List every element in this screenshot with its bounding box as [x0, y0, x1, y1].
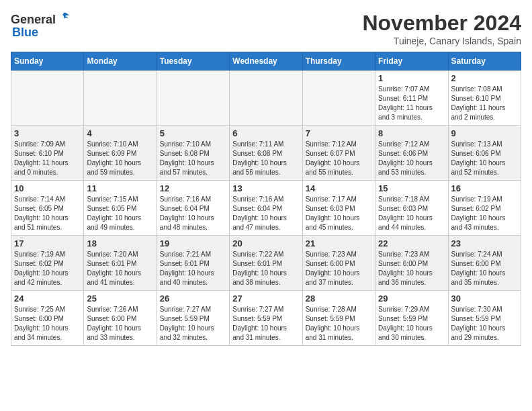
day-number: 27 — [232, 293, 299, 304]
day-info: Sunrise: 7:10 AM Sunset: 6:08 PM Dayligh… — [160, 140, 226, 177]
day-info: Sunrise: 7:07 AM Sunset: 6:11 PM Dayligh… — [378, 85, 445, 122]
day-info: Sunrise: 7:13 AM Sunset: 6:06 PM Dayligh… — [451, 140, 518, 177]
day-info: Sunrise: 7:16 AM Sunset: 6:04 PM Dayligh… — [160, 195, 226, 232]
day-cell: 6Sunrise: 7:11 AM Sunset: 6:08 PM Daylig… — [230, 126, 302, 181]
day-info: Sunrise: 7:12 AM Sunset: 6:07 PM Dayligh… — [306, 140, 372, 177]
day-number: 10 — [14, 183, 81, 193]
day-number: 17 — [14, 238, 81, 248]
column-header-friday: Friday — [375, 52, 448, 71]
day-info: Sunrise: 7:11 AM Sunset: 6:08 PM Dayligh… — [232, 140, 299, 177]
day-info: Sunrise: 7:26 AM Sunset: 6:00 PM Dayligh… — [87, 305, 153, 342]
day-cell: 29Sunrise: 7:29 AM Sunset: 5:59 PM Dayli… — [375, 291, 448, 346]
day-cell — [302, 71, 375, 126]
day-info: Sunrise: 7:12 AM Sunset: 6:06 PM Dayligh… — [378, 140, 445, 177]
day-cell: 11Sunrise: 7:15 AM Sunset: 6:05 PM Dayli… — [84, 181, 157, 236]
day-number: 29 — [378, 293, 445, 304]
day-number: 11 — [87, 183, 153, 193]
day-info: Sunrise: 7:30 AM Sunset: 5:59 PM Dayligh… — [451, 305, 518, 342]
day-cell: 8Sunrise: 7:12 AM Sunset: 6:06 PM Daylig… — [375, 126, 448, 181]
week-row-5: 24Sunrise: 7:25 AM Sunset: 6:00 PM Dayli… — [11, 291, 521, 346]
day-info: Sunrise: 7:17 AM Sunset: 6:03 PM Dayligh… — [306, 195, 372, 232]
day-cell: 25Sunrise: 7:26 AM Sunset: 6:00 PM Dayli… — [84, 291, 157, 346]
location: Tuineje, Canary Islands, Spain — [362, 36, 521, 46]
day-cell: 28Sunrise: 7:28 AM Sunset: 5:59 PM Dayli… — [302, 291, 375, 346]
day-number: 25 — [87, 293, 153, 304]
day-number: 8 — [378, 128, 445, 138]
day-number: 28 — [306, 293, 372, 304]
day-number: 30 — [451, 293, 518, 304]
header-row: SundayMondayTuesdayWednesdayThursdayFrid… — [11, 52, 521, 71]
day-number: 12 — [160, 183, 226, 193]
day-number: 2 — [451, 73, 518, 83]
day-cell: 15Sunrise: 7:18 AM Sunset: 6:03 PM Dayli… — [375, 181, 448, 236]
day-info: Sunrise: 7:10 AM Sunset: 6:09 PM Dayligh… — [87, 140, 153, 177]
day-cell: 22Sunrise: 7:23 AM Sunset: 6:00 PM Dayli… — [375, 236, 448, 291]
column-header-thursday: Thursday — [302, 52, 375, 71]
day-info: Sunrise: 7:27 AM Sunset: 5:59 PM Dayligh… — [232, 305, 299, 342]
day-number: 15 — [378, 183, 445, 193]
day-number: 19 — [160, 238, 226, 248]
day-info: Sunrise: 7:16 AM Sunset: 6:04 PM Dayligh… — [232, 195, 299, 232]
day-info: Sunrise: 7:18 AM Sunset: 6:03 PM Dayligh… — [378, 195, 445, 232]
day-cell: 21Sunrise: 7:23 AM Sunset: 6:00 PM Dayli… — [302, 236, 375, 291]
day-info: Sunrise: 7:14 AM Sunset: 6:05 PM Dayligh… — [14, 195, 81, 232]
day-number: 9 — [451, 128, 518, 138]
day-info: Sunrise: 7:19 AM Sunset: 6:02 PM Dayligh… — [451, 195, 518, 232]
day-number: 7 — [306, 128, 372, 138]
day-info: Sunrise: 7:08 AM Sunset: 6:10 PM Dayligh… — [451, 85, 518, 122]
day-info: Sunrise: 7:25 AM Sunset: 6:00 PM Dayligh… — [14, 305, 81, 342]
day-cell: 17Sunrise: 7:19 AM Sunset: 6:02 PM Dayli… — [11, 236, 84, 291]
day-cell — [11, 71, 84, 126]
title-area: November 2024 Tuineje, Canary Islands, S… — [362, 11, 521, 46]
week-row-2: 3Sunrise: 7:09 AM Sunset: 6:10 PM Daylig… — [11, 126, 521, 181]
day-info: Sunrise: 7:24 AM Sunset: 6:00 PM Dayligh… — [451, 250, 518, 287]
day-number: 5 — [160, 128, 226, 138]
calendar-table: SundayMondayTuesdayWednesdayThursdayFrid… — [11, 52, 521, 346]
day-cell: 9Sunrise: 7:13 AM Sunset: 6:06 PM Daylig… — [448, 126, 521, 181]
day-cell: 12Sunrise: 7:16 AM Sunset: 6:04 PM Dayli… — [157, 181, 229, 236]
logo-general: General — [11, 13, 56, 27]
day-cell: 24Sunrise: 7:25 AM Sunset: 6:00 PM Dayli… — [11, 291, 84, 346]
day-number: 22 — [378, 238, 445, 248]
month-title: November 2024 — [362, 11, 521, 36]
day-cell: 16Sunrise: 7:19 AM Sunset: 6:02 PM Dayli… — [448, 181, 521, 236]
column-header-tuesday: Tuesday — [157, 52, 229, 71]
day-cell — [230, 71, 302, 126]
day-info: Sunrise: 7:09 AM Sunset: 6:10 PM Dayligh… — [14, 140, 81, 177]
day-number: 16 — [451, 183, 518, 193]
day-cell: 13Sunrise: 7:16 AM Sunset: 6:04 PM Dayli… — [230, 181, 302, 236]
day-number: 13 — [232, 183, 299, 193]
day-cell: 14Sunrise: 7:17 AM Sunset: 6:03 PM Dayli… — [302, 181, 375, 236]
page-header: General Blue November 2024 Tuineje, Cana… — [11, 11, 521, 46]
day-info: Sunrise: 7:20 AM Sunset: 6:01 PM Dayligh… — [87, 250, 153, 287]
day-cell: 30Sunrise: 7:30 AM Sunset: 5:59 PM Dayli… — [448, 291, 521, 346]
day-info: Sunrise: 7:15 AM Sunset: 6:05 PM Dayligh… — [87, 195, 153, 232]
day-cell — [84, 71, 157, 126]
day-cell: 4Sunrise: 7:10 AM Sunset: 6:09 PM Daylig… — [84, 126, 157, 181]
day-number: 1 — [378, 73, 445, 83]
day-cell: 18Sunrise: 7:20 AM Sunset: 6:01 PM Dayli… — [84, 236, 157, 291]
day-number: 20 — [232, 238, 299, 248]
day-info: Sunrise: 7:29 AM Sunset: 5:59 PM Dayligh… — [378, 305, 445, 342]
day-number: 21 — [306, 238, 372, 248]
column-header-sunday: Sunday — [11, 52, 84, 71]
day-number: 14 — [306, 183, 372, 193]
day-number: 26 — [160, 293, 226, 304]
week-row-3: 10Sunrise: 7:14 AM Sunset: 6:05 PM Dayli… — [11, 181, 521, 236]
logo: General Blue — [11, 11, 72, 40]
day-cell: 20Sunrise: 7:22 AM Sunset: 6:01 PM Dayli… — [230, 236, 302, 291]
day-number: 6 — [232, 128, 299, 138]
day-cell: 26Sunrise: 7:27 AM Sunset: 5:59 PM Dayli… — [157, 291, 229, 346]
logo-bird-icon — [57, 11, 72, 26]
day-info: Sunrise: 7:22 AM Sunset: 6:01 PM Dayligh… — [232, 250, 299, 287]
day-cell — [157, 71, 229, 126]
day-number: 3 — [14, 128, 81, 138]
day-number: 23 — [451, 238, 518, 248]
column-header-monday: Monday — [84, 52, 157, 71]
day-cell: 5Sunrise: 7:10 AM Sunset: 6:08 PM Daylig… — [157, 126, 229, 181]
day-cell: 27Sunrise: 7:27 AM Sunset: 5:59 PM Dayli… — [230, 291, 302, 346]
day-number: 18 — [87, 238, 153, 248]
week-row-4: 17Sunrise: 7:19 AM Sunset: 6:02 PM Dayli… — [11, 236, 521, 291]
column-header-wednesday: Wednesday — [230, 52, 302, 71]
week-row-1: 1Sunrise: 7:07 AM Sunset: 6:11 PM Daylig… — [11, 71, 521, 126]
